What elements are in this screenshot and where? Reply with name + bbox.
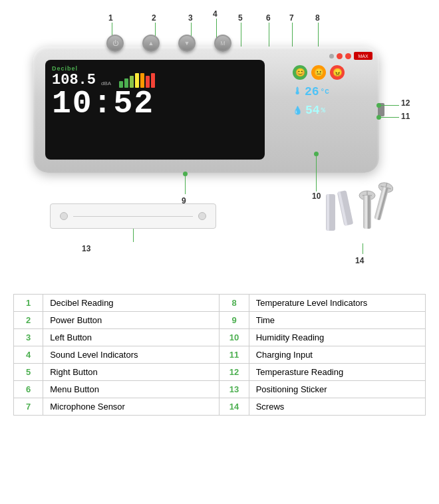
happy-face: 😊: [293, 65, 307, 80]
row-num-left: 7: [14, 398, 43, 416]
sad-face: 😠: [330, 65, 345, 80]
table-row: 2 Power Button 9 Time: [14, 312, 426, 329]
row-label-right: Temperature Level Indicators: [249, 295, 425, 312]
temp-unit: °C: [321, 88, 329, 96]
row-label-right: Positioning Sticker: [249, 381, 425, 398]
svg-rect-11: [374, 187, 389, 221]
callout-1: 1: [108, 13, 113, 23]
callout-3: 3: [188, 13, 193, 23]
device-body: ⏻ ▲ ▼ M Decibel 108.5 dBA: [33, 47, 379, 173]
row-label-right: Temperasture Reading: [249, 364, 425, 381]
dot-12: [376, 103, 381, 108]
emoji-indicators: 😊 😐 😠: [293, 65, 372, 80]
humidity-icon: 💧: [293, 106, 303, 116]
table-row: 1 Decibel Reading 8 Temperature Level In…: [14, 295, 426, 312]
row-label-right: Charging Input: [249, 346, 425, 364]
indicator-dots: MAX: [293, 52, 372, 60]
time-display: 10:52: [52, 88, 258, 120]
max-indicator: MAX: [354, 52, 372, 60]
humidity-unit: %: [321, 106, 326, 114]
row-label-left: Decibel Reading: [43, 295, 220, 312]
row-label-left: Right Button: [43, 364, 220, 381]
line-11: [379, 117, 399, 118]
temp-icon: 🌡: [293, 86, 302, 97]
row-num-left: 3: [14, 329, 43, 346]
row-label-left: Menu Button: [43, 381, 220, 398]
line-10: [316, 154, 317, 191]
buttons-row: ⏻ ▲ ▼ M: [106, 35, 231, 52]
brand-label: Decibel: [52, 65, 258, 72]
table-row: 3 Left Button 10 Humidity Reading: [14, 329, 426, 346]
screws-section: 14: [319, 181, 406, 266]
row-num-right: 13: [220, 381, 249, 398]
screws-svg: [319, 181, 406, 241]
row-label-right: Time: [249, 312, 425, 329]
diagram-area: 1 2 3 4 5 6 7 8 ⏻ ▲ ▼ M Decibel 108.5: [13, 7, 426, 286]
sticker-section: 13: [50, 203, 216, 254]
callout-5: 5: [238, 13, 243, 23]
temp-value: 26: [305, 85, 319, 98]
table-row: 7 Microphone Sensor 14 Screws: [14, 398, 426, 416]
device-screen: Decibel 108.5 dBA 10:52: [45, 60, 265, 160]
table-row: 4 Sound Level Indicators 11 Charging Inp…: [14, 346, 426, 364]
neutral-face: 😐: [311, 65, 326, 80]
sticker-hole-left: [60, 212, 68, 220]
screws-callout-line: [363, 243, 363, 254]
line-9: [185, 174, 186, 194]
row-num-left: 4: [14, 346, 43, 364]
legend-table: 1 Decibel Reading 8 Temperature Level In…: [13, 294, 426, 416]
row-label-left: Power Button: [43, 312, 220, 329]
row-num-right: 12: [220, 364, 249, 381]
sticker-center-line: [73, 216, 193, 217]
right-panel: MAX 😊 😐 😠 🌡 26 °C 💧 54 %: [293, 52, 372, 117]
table-row: 6 Menu Button 13 Positioning Sticker: [14, 381, 426, 398]
svg-rect-1: [327, 194, 329, 231]
callout-8: 8: [315, 13, 320, 23]
row-num-right: 11: [220, 346, 249, 364]
callout-6: 6: [266, 13, 271, 23]
row-num-left: 2: [14, 312, 43, 329]
row-num-left: 5: [14, 364, 43, 381]
row-label-left: Sound Level Indicators: [43, 346, 220, 364]
svg-rect-7: [363, 195, 371, 229]
row-label-left: Microphone Sensor: [43, 398, 220, 416]
sticker-callout-line: [133, 229, 134, 242]
row-num-right: 8: [220, 295, 249, 312]
dot-11: [376, 115, 381, 120]
row-label-left: Left Button: [43, 329, 220, 346]
temperature-reading: 🌡 26 °C: [293, 85, 372, 98]
right-button[interactable]: ▼: [178, 35, 196, 52]
row-label-right: Humidity Reading: [249, 329, 425, 346]
power-button[interactable]: ⏻: [106, 35, 124, 52]
callout-12: 12: [401, 98, 410, 108]
callout-13: 13: [82, 244, 90, 253]
callout-11: 11: [401, 112, 410, 121]
line-12: [379, 105, 399, 106]
dot-grey: [329, 54, 334, 59]
row-num-left: 1: [14, 295, 43, 312]
row-num-left: 6: [14, 381, 43, 398]
callout-4: 4: [213, 9, 218, 19]
row-num-right: 14: [220, 398, 249, 416]
sticker-hole-right: [198, 212, 206, 220]
humidity-value: 54: [305, 104, 320, 117]
callout-7: 7: [289, 13, 294, 23]
dot-10: [314, 152, 319, 156]
callout-14: 14: [355, 256, 364, 265]
left-button[interactable]: ▲: [142, 35, 160, 52]
table-row: 5 Right Button 12 Temperasture Reading: [14, 364, 426, 381]
callout-2: 2: [152, 13, 156, 23]
menu-button[interactable]: M: [214, 35, 231, 52]
humidity-reading: 💧 54 %: [293, 104, 372, 117]
dot-red-2: [345, 53, 351, 59]
dot-9: [183, 172, 188, 176]
dot-red-1: [337, 53, 343, 59]
row-num-right: 9: [220, 312, 249, 329]
row-label-right: Screws: [249, 398, 425, 416]
positioning-sticker: [50, 203, 216, 229]
row-num-right: 10: [220, 329, 249, 346]
